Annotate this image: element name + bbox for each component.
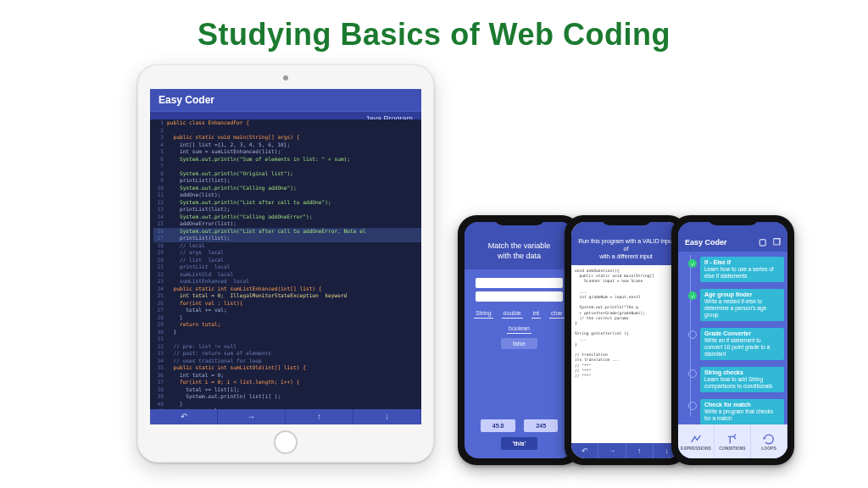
code-line: 27 total += val;: [153, 307, 421, 314]
tablet-nav-bar: ↶ → ↑ ↓: [150, 409, 421, 424]
tablet-device: Easy Coder Java Program 1public class En…: [137, 64, 434, 463]
app-title-bar: Easy Coder: [150, 89, 421, 111]
lesson-tab[interactable]: EXPRESSIONS: [678, 424, 715, 458]
code-line: 23 sumListEnhanced local: [153, 278, 421, 286]
match-title: Match the variable with the data: [465, 222, 574, 269]
device-stage: Easy Coder Java Program 1public class En…: [112, 64, 756, 471]
code-line: 39 System.out.println( list[i] );: [153, 393, 421, 401]
match-slot[interactable]: [476, 291, 563, 302]
code-line: 30 }: [153, 329, 421, 336]
lesson-app-title: Easy Coder: [685, 238, 727, 247]
lesson-tab-label: EXPRESSIONS: [681, 446, 711, 451]
code-line: 6 System.out.println("Sum of elements in…: [153, 156, 421, 164]
match-button-right[interactable]: 245: [524, 419, 558, 432]
code-line: 20 // list local: [153, 257, 421, 264]
match-slot[interactable]: [476, 278, 563, 288]
match-bottom-buttons: 45.0 245 'this': [465, 414, 574, 458]
nav-up-icon[interactable]: ↑: [626, 443, 654, 458]
lesson-header: Easy Coder ▢ ❐: [678, 222, 787, 252]
match-tag[interactable]: double: [502, 308, 523, 319]
tablet-screen: Easy Coder Java Program 1public class En…: [150, 89, 421, 424]
code-line: 9 printList(list);: [153, 177, 421, 185]
code-editor[interactable]: 1public class EnhancedFor {23 public sta…: [150, 119, 421, 409]
nav-forward-icon[interactable]: →: [218, 409, 286, 424]
phone-notch: [494, 215, 545, 225]
code-line: 13 printList(list);: [153, 206, 421, 214]
code-line: 29 return total;: [153, 321, 421, 329]
phone-notch: [708, 215, 759, 225]
match-tag[interactable]: char: [549, 308, 565, 319]
run-header: Run this program with a VALID input of w…: [571, 222, 681, 265]
lesson-footer-tabs: EXPRESSIONSCONDITIONSLOOPS: [678, 424, 787, 458]
lesson-item[interactable]: ✓Age group finderWrite a nested if-else …: [700, 289, 784, 321]
code-line: 17 printList(list);: [153, 235, 421, 242]
lesson-tab-label: CONDITIONS: [719, 446, 745, 451]
lesson-card[interactable]: Check for matchWrite a program that chec…: [700, 399, 784, 424]
phone-notch: [601, 215, 652, 225]
nav-undo-icon[interactable]: ↶: [150, 409, 218, 424]
lesson-tab[interactable]: CONDITIONS: [715, 424, 751, 458]
nav-forward-icon[interactable]: →: [598, 443, 626, 458]
code-line: 4 int[] list ={1, 2, 3, 4, 5, 6, 10};: [153, 141, 421, 149]
code-line: 32 // pre: list != null: [153, 343, 421, 351]
code-line: 2: [153, 127, 421, 135]
run-header-l1: Run this program with a VALID input of: [578, 238, 674, 252]
lesson-card[interactable]: Age group finderWrite a nested if-else t…: [700, 289, 784, 321]
circle-icon: [688, 402, 697, 410]
match-button-main[interactable]: 'this': [501, 437, 538, 450]
lesson-card[interactable]: String checksLearn how to add String com…: [700, 367, 784, 392]
code-line: 37 for(int i = 0; i < list.length; i++) …: [153, 379, 421, 386]
code-line: 34 // uses traditional for loop: [153, 358, 421, 365]
tablet-home-button[interactable]: [274, 430, 298, 454]
nav-up-icon[interactable]: ↑: [286, 409, 353, 424]
copy-icon[interactable]: ❐: [773, 237, 781, 247]
match-tag-selected[interactable]: false: [501, 338, 537, 349]
match-tag[interactable]: int: [531, 308, 541, 319]
match-tag[interactable]: String: [474, 308, 492, 319]
code-line: 1public class EnhancedFor {: [153, 119, 421, 127]
code-line: 5 int sum = sumListEnhanced(list);: [153, 148, 421, 156]
code-line: 18 // local: [153, 242, 421, 250]
match-title-l1: Match the variable: [488, 241, 551, 250]
code-line: 8 System.out.println("Original list");: [153, 170, 421, 178]
lesson-item[interactable]: String checksLearn how to add String com…: [700, 367, 784, 392]
nav-undo-icon[interactable]: ↶: [571, 443, 598, 458]
code-line: 24 public static int sumListEnhanced(int…: [153, 286, 421, 293]
code-line: 16 System.out.println("List after call t…: [153, 228, 421, 236]
run-code-view[interactable]: void askQuestion(){ public static void m…: [571, 265, 681, 447]
match-tags: Stringdoubleintcharboolean: [470, 305, 569, 334]
match-button-left[interactable]: 45.0: [481, 419, 516, 432]
document-icon[interactable]: ▢: [759, 237, 766, 247]
circle-icon: [688, 330, 697, 339]
check-icon: ✓: [688, 259, 697, 268]
code-line: 12 System.out.println("List after call t…: [153, 199, 421, 207]
lesson-body: ✓If - Else ifLearn how to use a series o…: [678, 252, 787, 420]
tablet-camera: [283, 75, 288, 80]
code-line: 26 for(int val : list){: [153, 300, 421, 308]
code-line: 36 int total = 0;: [153, 372, 421, 380]
code-line: 31: [153, 336, 421, 343]
lesson-tab-label: LOOPS: [761, 446, 776, 451]
code-line: 19 // args local: [153, 249, 421, 257]
lesson-tab[interactable]: LOOPS: [751, 424, 787, 458]
code-line: 33 // post: return sum of elements: [153, 350, 421, 358]
lesson-item[interactable]: ✓If - Else ifLearn how to use a series o…: [700, 257, 784, 282]
code-line: 11 addOne(list);: [153, 191, 421, 199]
run-nav-bar: ↶ → ↑ ↓: [571, 443, 681, 458]
code-line: 22 sumListOld local: [153, 271, 421, 279]
lesson-card[interactable]: Grade ConverterWrite an if statement to …: [700, 328, 784, 360]
code-line: 35 public static int sumListOld(int[] li…: [153, 364, 421, 372]
code-line: 25 int total = 0; IllegalMonitorStateExc…: [153, 292, 421, 300]
lesson-screen: Easy Coder ▢ ❐ ✓If - Else ifLearn how to…: [678, 222, 787, 458]
lesson-item[interactable]: Grade ConverterWrite an if statement to …: [700, 328, 784, 360]
lesson-item[interactable]: Check for matchWrite a program that chec…: [700, 399, 784, 424]
match-tag[interactable]: boolean: [507, 324, 531, 334]
run-screen: Run this program with a VALID input of w…: [571, 222, 681, 458]
code-line: 28 }: [153, 314, 421, 322]
lesson-card[interactable]: If - Else ifLearn how to use a series of…: [700, 257, 784, 282]
page-title: Studying Basics of Web Coding: [0, 0, 868, 53]
code-line: 3 public static void main(String[] args)…: [153, 134, 421, 141]
nav-down-icon[interactable]: ↓: [353, 409, 421, 424]
code-line: 15 addOneError(list);: [153, 220, 421, 228]
phone-match-device: Match the variable with the data Stringd…: [458, 215, 581, 465]
